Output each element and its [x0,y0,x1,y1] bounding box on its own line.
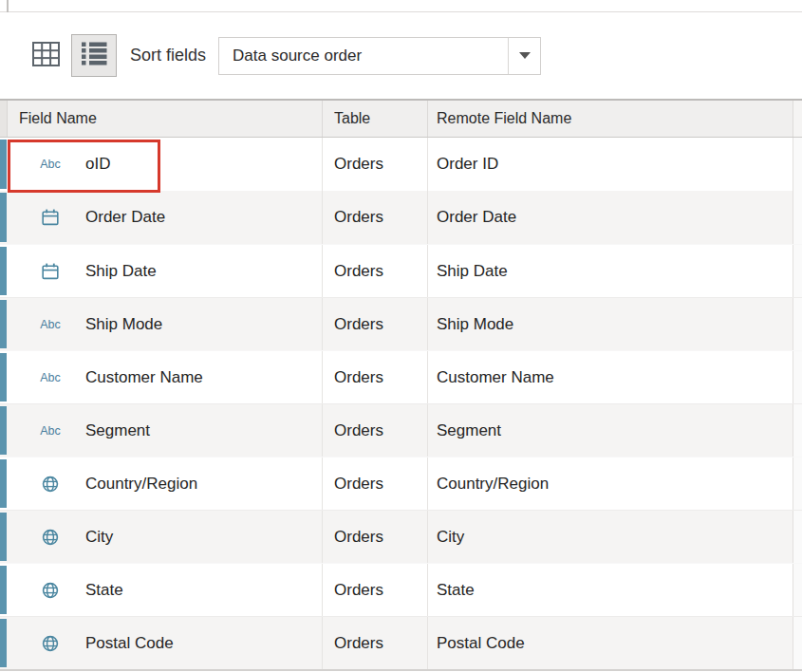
field-name-cell[interactable]: Postal Code [0,617,322,669]
table-row[interactable]: Ship Date Orders Ship Date [0,244,802,297]
dimension-row-bar [0,353,7,401]
dimension-row-bar [0,459,7,508]
remote-field-name-cell[interactable]: Customer Name [427,351,793,403]
field-name-label: State [85,581,123,600]
globe-geo-icon [41,581,60,600]
table-row[interactable]: Abc oID Orders Order ID [0,138,802,191]
table-cell[interactable]: Orders [322,351,427,403]
dimension-row-bar [0,513,7,561]
table-row[interactable]: State Orders State [0,563,802,616]
table-row[interactable]: Postal Code Orders Postal Code [0,616,802,669]
field-name-label: Ship Mode [85,315,162,334]
remote-field-name-cell[interactable]: Order ID [427,138,793,191]
globe-geo-icon [41,475,60,494]
sort-order-dropdown[interactable]: Data source order [218,37,541,75]
list-view-button[interactable] [71,34,117,77]
grid-view-icon [32,42,60,70]
fields-toolbar: Sort fields Data source order [0,12,802,99]
row-right-gutter [793,191,802,244]
table-cell[interactable]: Orders [322,298,427,350]
field-type-icon: Abc [38,318,63,331]
table-cell[interactable]: Orders [322,191,427,244]
field-type-icon [38,208,63,227]
remote-field-name-cell[interactable]: Country/Region [427,457,793,510]
table-row[interactable]: Order Date Orders Order Date [0,191,802,244]
table-row[interactable]: City Orders City [0,510,802,563]
table-row[interactable]: Abc Ship Mode Orders Ship Mode [0,297,802,350]
remote-field-name-cell[interactable]: Segment [427,404,793,457]
field-name-cell[interactable]: Abc Ship Mode [0,298,322,350]
remote-field-name-cell[interactable]: Postal Code [427,617,793,669]
field-name-label: Segment [85,421,150,440]
row-right-gutter [793,138,802,191]
remote-field-name-cell[interactable]: Order Date [427,191,793,244]
dimension-row-bar [0,619,7,667]
field-name-label: Order Date [85,208,165,227]
field-name-cell[interactable]: State [0,564,322,616]
abc-string-icon: Abc [40,158,61,171]
table-cell[interactable]: Orders [322,404,427,457]
row-right-gutter [793,298,802,350]
grid-view-button[interactable] [31,43,60,68]
list-view-icon [80,41,108,70]
table-cell[interactable]: Orders [322,511,427,563]
dimension-row-bar [0,193,7,242]
field-name-cell[interactable]: Abc Segment [0,404,322,457]
table-bottom-border [0,669,802,671]
field-name-cell[interactable]: Abc Customer Name [0,351,322,403]
dimension-row-bar [0,406,7,455]
globe-geo-icon [41,634,60,653]
field-name-label: City [85,528,113,547]
field-name-cell[interactable]: Country/Region [0,457,322,510]
row-right-gutter [793,617,802,669]
field-type-icon [38,581,63,600]
calendar-date-icon [41,208,60,227]
row-right-gutter [793,457,802,510]
field-type-icon [38,528,63,547]
table-cell[interactable]: Orders [322,245,427,297]
field-name-cell[interactable]: City [0,511,322,563]
chevron-down-icon [519,52,531,59]
column-header-field-name[interactable]: Field Name [8,101,322,137]
table-cell[interactable]: Orders [322,138,427,191]
field-name-label: Customer Name [85,368,203,387]
column-header-remote-field-name[interactable]: Remote Field Name [427,101,793,137]
field-name-cell[interactable]: Ship Date [0,245,322,297]
fields-table-header: Field Name Table Remote Field Name [0,99,802,138]
remote-field-name-cell[interactable]: State [427,564,793,616]
field-name-label: Postal Code [85,634,174,653]
dimension-row-bar [0,566,7,614]
field-type-icon [38,475,63,494]
row-right-gutter [793,564,802,616]
fields-table-body: Abc oID Orders Order ID Order Date Order… [0,138,802,669]
pane-split-handle [7,0,9,12]
table-row[interactable]: Abc Customer Name Orders Customer Name [0,350,802,403]
table-cell[interactable]: Orders [322,457,427,510]
abc-string-icon: Abc [40,318,61,331]
remote-field-name-cell[interactable]: Ship Date [427,245,793,297]
calendar-date-icon [41,262,60,281]
table-row[interactable]: Abc Segment Orders Segment [0,403,802,457]
field-name-cell[interactable]: Abc oID [0,138,322,191]
remote-field-name-cell[interactable]: City [427,511,793,563]
field-type-icon [38,634,63,653]
table-cell[interactable]: Orders [322,617,427,669]
field-type-icon [38,262,63,281]
column-header-table[interactable]: Table [322,101,427,137]
field-type-icon: Abc [38,158,63,171]
header-right-gutter [793,101,802,137]
table-row[interactable]: Country/Region Orders Country/Region [0,457,802,510]
abc-string-icon: Abc [40,424,61,438]
globe-geo-icon [41,528,60,547]
dimension-row-bar [0,140,7,189]
field-name-cell[interactable]: Order Date [0,191,322,244]
row-right-gutter [793,245,802,297]
header-left-gutter [0,101,8,137]
field-type-icon: Abc [38,424,63,438]
row-right-gutter [793,351,802,403]
sort-order-dropdown-arrow-zone[interactable] [508,38,540,74]
abc-string-icon: Abc [40,371,61,384]
data-source-fields-pane: Sort fields Data source order Field Name… [0,0,802,672]
table-cell[interactable]: Orders [322,564,427,616]
remote-field-name-cell[interactable]: Ship Mode [427,298,793,350]
